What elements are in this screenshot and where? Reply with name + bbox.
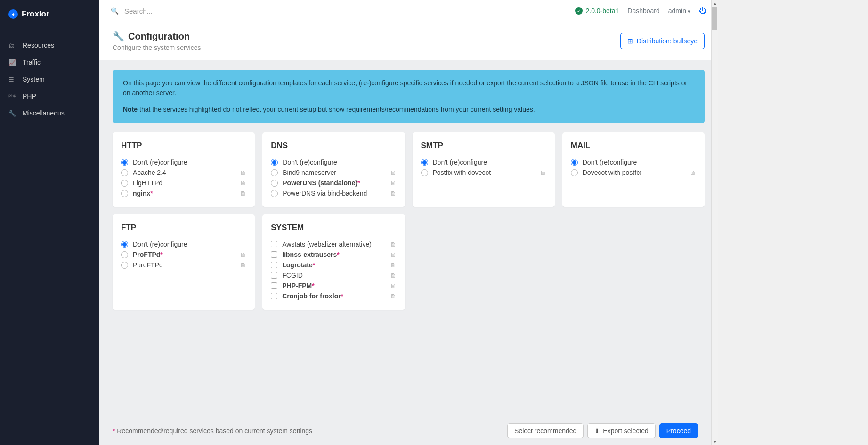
search-input[interactable] — [124, 7, 568, 15]
power-icon[interactable]: ⏻ — [699, 7, 706, 15]
scrollbar[interactable]: ▴ ▾ — [711, 0, 718, 445]
radio-input[interactable] — [421, 169, 428, 176]
option-label[interactable]: PowerDNS (standalone)* — [283, 179, 385, 187]
brand-logo[interactable]: Froxlor — [0, 0, 99, 28]
document-icon[interactable]: 🗎 — [390, 272, 397, 279]
option-label[interactable]: Awstats (webalizer alternative) — [282, 240, 385, 248]
option-row: libnss-extrausers*🗎 — [271, 249, 396, 260]
option-label[interactable]: Cronjob for froxlor* — [282, 292, 385, 300]
option-label[interactable]: PowerDNS via bind-backend — [283, 190, 385, 197]
option-row: PureFTPd🗎 — [121, 260, 246, 270]
radio-input[interactable] — [571, 169, 578, 176]
option-label[interactable]: ProFTPd* — [133, 251, 235, 258]
alert-p2: Note that the services highlighted do no… — [123, 105, 694, 115]
document-icon[interactable]: 🗎 — [690, 169, 696, 176]
radio-input[interactable] — [121, 251, 128, 258]
radio-input[interactable] — [421, 159, 428, 166]
scroll-up-icon[interactable]: ▴ — [712, 0, 718, 7]
radio-input[interactable] — [571, 159, 578, 166]
document-icon[interactable]: 🗎 — [240, 251, 246, 258]
sidebar-item-system[interactable]: ☰System — [0, 71, 99, 88]
document-icon[interactable]: 🗎 — [390, 180, 397, 187]
admin-dropdown[interactable]: admin — [668, 7, 690, 15]
search-icon: 🔍 — [111, 7, 119, 15]
document-icon[interactable]: 🗎 — [540, 169, 546, 176]
radio-input[interactable] — [271, 180, 278, 187]
dashboard-link[interactable]: Dashboard — [627, 7, 660, 15]
brand-icon — [8, 9, 18, 19]
option-label[interactable]: nginx* — [133, 190, 235, 197]
option-row: Apache 2.4🗎 — [121, 167, 246, 178]
version-indicator[interactable]: ✓ 2.0.0-beta1 — [575, 7, 619, 15]
select-recommended-button[interactable]: Select recommended — [507, 423, 584, 438]
footer-note-text: Recommended/required services based on c… — [115, 427, 312, 435]
sidebar-item-label: Miscellaneous — [23, 109, 65, 117]
option-label[interactable]: Logrotate* — [282, 261, 385, 269]
option-label[interactable]: FCGID — [282, 272, 385, 279]
option-label[interactable]: LigHTTPd — [133, 179, 235, 187]
option-label[interactable]: Dovecot with postfix — [583, 169, 685, 176]
option-label[interactable]: PHP-FPM* — [282, 282, 385, 289]
php-icon: ᵖʰᵖ — [8, 93, 16, 100]
radio-input[interactable] — [271, 190, 278, 197]
document-icon[interactable]: 🗎 — [390, 282, 397, 289]
option-row: Don't (re)configure — [421, 157, 546, 167]
page-subtitle: Configure the system services — [113, 44, 201, 51]
radio-input[interactable] — [121, 180, 128, 187]
checkbox-input[interactable] — [271, 282, 277, 289]
option-label[interactable]: Postfix with dovecot — [433, 169, 535, 176]
checkbox-input[interactable] — [271, 251, 277, 258]
sidebar-nav: 🗂Resources📈Traffic☰SystemᵖʰᵖPHP🔧Miscella… — [0, 37, 99, 122]
option-row: PowerDNS (standalone)*🗎 — [271, 178, 396, 188]
document-icon[interactable]: 🗎 — [390, 241, 397, 248]
document-icon[interactable]: 🗎 — [240, 180, 246, 187]
radio-input[interactable] — [121, 262, 128, 269]
document-icon[interactable]: 🗎 — [240, 169, 246, 176]
radio-input[interactable] — [271, 159, 278, 166]
radio-input[interactable] — [121, 190, 128, 197]
checkbox-input[interactable] — [271, 241, 277, 247]
sidebar-item-php[interactable]: ᵖʰᵖPHP — [0, 88, 99, 105]
required-star-icon: * — [160, 251, 162, 258]
distribution-button[interactable]: ⊞ Distribution: bullseye — [620, 33, 705, 49]
option-row: nginx*🗎 — [121, 188, 246, 198]
option-label[interactable]: Bind9 nameserver — [283, 169, 385, 176]
radio-input[interactable] — [121, 159, 128, 166]
option-label[interactable]: libnss-extrausers* — [282, 251, 385, 258]
scroll-down-icon[interactable]: ▾ — [712, 438, 718, 445]
required-star-icon: * — [313, 261, 315, 269]
option-label[interactable]: Don't (re)configure — [133, 240, 246, 248]
radio-input[interactable] — [121, 169, 128, 176]
required-star-icon: * — [150, 190, 153, 197]
option-label[interactable]: Apache 2.4 — [133, 169, 235, 176]
sidebar-item-resources[interactable]: 🗂Resources — [0, 37, 99, 54]
card-http: HTTPDon't (re)configureApache 2.4🗎LigHTT… — [113, 132, 255, 207]
main: 🔍 ✓ 2.0.0-beta1 Dashboard admin ⏻ 🔧 Conf… — [99, 0, 718, 445]
option-label[interactable]: PureFTPd — [133, 261, 235, 269]
scrollbar-thumb[interactable] — [712, 7, 717, 30]
radio-input[interactable] — [121, 241, 128, 248]
checkbox-input[interactable] — [271, 293, 277, 299]
option-label[interactable]: Don't (re)configure — [133, 158, 246, 166]
checkbox-input[interactable] — [271, 272, 277, 279]
document-icon[interactable]: 🗎 — [390, 251, 397, 258]
document-icon[interactable]: 🗎 — [390, 293, 397, 300]
option-label[interactable]: Don't (re)configure — [433, 158, 546, 166]
option-row: Logrotate*🗎 — [271, 260, 396, 270]
checkbox-input[interactable] — [271, 262, 277, 268]
document-icon[interactable]: 🗎 — [390, 190, 397, 197]
footer-actions: Select recommended ⬇Export selected Proc… — [507, 423, 698, 438]
radio-input[interactable] — [271, 169, 278, 176]
option-label[interactable]: Don't (re)configure — [283, 158, 396, 166]
document-icon[interactable]: 🗎 — [390, 262, 397, 269]
card-title: MAIL — [571, 141, 696, 150]
sidebar-item-miscellaneous[interactable]: 🔧Miscellaneous — [0, 105, 99, 122]
proceed-button[interactable]: Proceed — [659, 423, 698, 438]
info-alert: On this page you can view the different … — [113, 70, 705, 123]
document-icon[interactable]: 🗎 — [390, 169, 397, 176]
document-icon[interactable]: 🗎 — [240, 190, 246, 197]
export-selected-button[interactable]: ⬇Export selected — [587, 423, 656, 438]
document-icon[interactable]: 🗎 — [240, 262, 246, 269]
option-label[interactable]: Don't (re)configure — [583, 158, 696, 166]
sidebar-item-traffic[interactable]: 📈Traffic — [0, 54, 99, 71]
